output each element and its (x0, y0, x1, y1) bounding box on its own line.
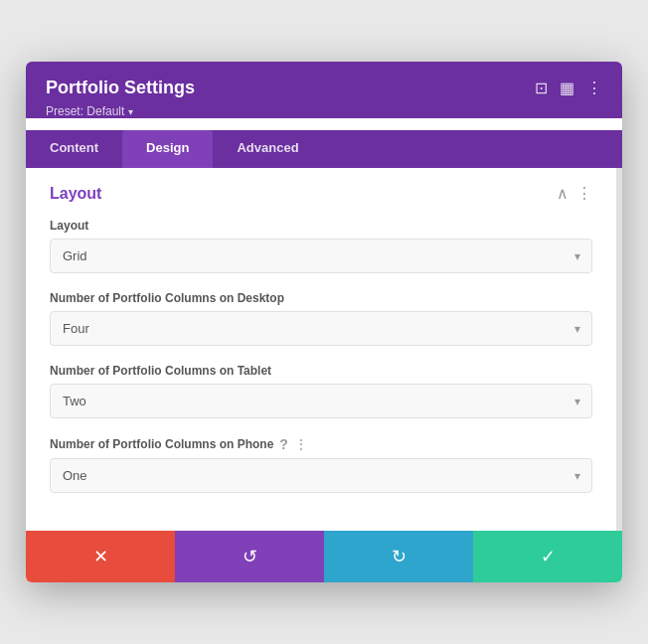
header-top-row: Portfolio Settings ⊡ ▦ ⋮ (46, 78, 602, 98)
tablet-columns-select[interactable]: One Two Three Four (50, 384, 592, 418)
desktop-columns-label: Number of Portfolio Columns on Desktop (50, 291, 592, 305)
phone-columns-select-wrap: One Two Three ▾ (50, 458, 592, 493)
layout-select-wrap: Grid Fullwidth Filterable Grid Filterabl… (50, 239, 592, 273)
undo-button[interactable]: ↺ (175, 531, 324, 582)
phone-columns-dots-icon[interactable]: ⋮ (294, 436, 308, 452)
tab-content[interactable]: Content (26, 130, 122, 168)
phone-columns-label-row: Number of Portfolio Columns on Phone ? ⋮ (50, 436, 592, 452)
section-collapse-icon[interactable]: ∧ (557, 184, 568, 203)
layout-label: Layout (50, 219, 592, 233)
phone-columns-select[interactable]: One Two Three (50, 458, 592, 493)
layout-field-group: Layout Grid Fullwidth Filterable Grid Fi… (50, 219, 592, 273)
save-button[interactable]: ✓ (473, 531, 622, 582)
section-title: Layout (50, 185, 101, 203)
phone-columns-label: Number of Portfolio Columns on Phone (50, 437, 273, 451)
phone-columns-help-icon[interactable]: ? (279, 436, 288, 452)
tablet-columns-label: Number of Portfolio Columns on Tablet (50, 364, 592, 378)
portfolio-settings-modal: Portfolio Settings ⊡ ▦ ⋮ Preset: Default… (26, 62, 622, 582)
modal-title: Portfolio Settings (46, 78, 195, 98)
desktop-columns-field-group: Number of Portfolio Columns on Desktop O… (50, 291, 592, 346)
section-header: Layout ∧ ⋮ (50, 184, 592, 203)
layout-select[interactable]: Grid Fullwidth Filterable Grid Filterabl… (50, 239, 592, 273)
desktop-columns-select-wrap: One Two Three Four Five Six ▾ (50, 311, 592, 346)
modal-body: Layout ∧ ⋮ Layout Grid Fullwidth Filtera… (26, 168, 622, 531)
responsive-icon[interactable]: ⊡ (535, 79, 548, 97)
section-more-icon[interactable]: ⋮ (576, 184, 592, 203)
preset-arrow: ▾ (128, 106, 133, 117)
scroll-area[interactable]: Layout ∧ ⋮ Layout Grid Fullwidth Filtera… (26, 168, 622, 531)
cancel-button[interactable]: ✕ (26, 531, 175, 582)
preset-label: Preset: Default (46, 104, 124, 118)
layout-section: Layout ∧ ⋮ Layout Grid Fullwidth Filtera… (26, 168, 616, 531)
modal-footer: ✕ ↺ ↻ ✓ (26, 531, 622, 582)
preset-selector[interactable]: Preset: Default ▾ (46, 104, 602, 118)
more-options-icon[interactable]: ⋮ (586, 79, 602, 97)
header-icons: ⊡ ▦ ⋮ (535, 79, 602, 97)
layout-icon[interactable]: ▦ (560, 79, 574, 97)
phone-columns-field-group: Number of Portfolio Columns on Phone ? ⋮… (50, 436, 592, 493)
tab-advanced[interactable]: Advanced (213, 130, 322, 168)
desktop-columns-select[interactable]: One Two Three Four Five Six (50, 311, 592, 346)
section-header-icons: ∧ ⋮ (557, 184, 592, 203)
tablet-columns-field-group: Number of Portfolio Columns on Tablet On… (50, 364, 592, 418)
redo-button[interactable]: ↻ (324, 531, 473, 582)
tab-design[interactable]: Design (122, 130, 213, 168)
tabs-bar: Content Design Advanced (26, 130, 622, 168)
modal-header: Portfolio Settings ⊡ ▦ ⋮ Preset: Default… (26, 62, 622, 118)
tablet-columns-select-wrap: One Two Three Four ▾ (50, 384, 592, 418)
